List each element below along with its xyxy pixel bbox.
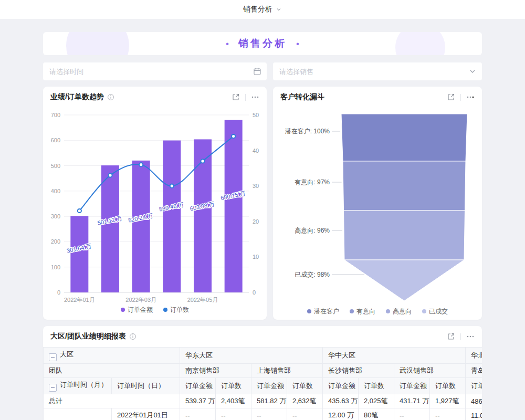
- team-col: 上海销售部: [251, 364, 323, 378]
- svg-text:700: 700: [51, 112, 60, 118]
- divider: [460, 94, 461, 101]
- svg-text:100: 100: [51, 264, 60, 270]
- trend-card-title: 业绩/订单数趋势: [50, 92, 114, 102]
- svg-text:2022年05月: 2022年05月: [187, 297, 218, 303]
- info-icon[interactable]: [107, 93, 114, 101]
- dashboard: • 销售分析 • 业绩/订单数趋势: [43, 32, 482, 420]
- legend-dot: [386, 309, 390, 313]
- region-header-cell: 大区: [44, 348, 180, 364]
- time-filter[interactable]: [43, 62, 267, 80]
- divider: [245, 94, 246, 101]
- svg-text:300: 300: [51, 213, 60, 219]
- region-col: 华北大: [466, 348, 482, 364]
- report-title-text: 大区/团队业绩明细报表: [50, 332, 126, 341]
- measure-col: 订单金额: [251, 378, 287, 394]
- team-header-row: 团队 南京销售部 上海销售部 长沙销售部 武汉销售部 青岛销: [44, 364, 482, 378]
- dashboard-title: 销售分析: [238, 37, 287, 50]
- svg-text:40: 40: [253, 148, 259, 154]
- team-col: 青岛销: [466, 364, 482, 378]
- total-row: 总计 539.37 万 2,403笔 581.82 万 2,632笔 435.6…: [44, 394, 482, 408]
- legend-item[interactable]: 高意向: [386, 307, 412, 316]
- row-label: [44, 408, 112, 420]
- funnel-card-header: 客户转化漏斗: [273, 87, 482, 108]
- table-cell: --: [394, 408, 430, 420]
- team-col: 长沙销售部: [323, 364, 394, 378]
- table-row: 2022年01月01日 -- -- -- -- 12.00 万 80笔 -- -…: [44, 408, 482, 420]
- svg-text:0: 0: [253, 289, 256, 296]
- legend-dot: [350, 309, 354, 313]
- legend-label: 高意向: [393, 307, 412, 316]
- svg-text:20: 20: [253, 218, 259, 225]
- legend-dot: [307, 309, 311, 313]
- legend-dot: [163, 308, 167, 312]
- report-table-wrap: 大区 华东大区 华中大区 华北大 团队 南京销售部 上海销售部 长沙销售部 武汉…: [43, 347, 482, 420]
- region-col: 华中大区: [323, 348, 466, 364]
- funnel-title-text: 客户转化漏斗: [280, 92, 324, 102]
- sales-filter-input[interactable]: [273, 62, 482, 80]
- collapse-icon[interactable]: [49, 384, 57, 392]
- svg-text:2022年03月: 2022年03月: [125, 297, 156, 303]
- table-cell: 431.71 万: [394, 394, 430, 408]
- funnel-card-title: 客户转化漏斗: [280, 92, 324, 102]
- table-cell: 2,025笔: [359, 394, 394, 408]
- funnel-card: 客户转化漏斗 潜在客户: 100%有意向: 97%高意向: 96%已成交: 98…: [273, 87, 482, 320]
- card-actions: [232, 93, 259, 101]
- table-cell: 2,403笔: [216, 394, 251, 408]
- region-header-row: 大区 华东大区 华中大区 华北大: [44, 348, 482, 364]
- card-actions: [447, 93, 475, 101]
- legend-label: 已成交: [429, 307, 448, 316]
- table-cell: 581.82 万: [251, 394, 287, 408]
- card-actions: [447, 332, 475, 341]
- export-icon[interactable]: [447, 93, 455, 101]
- export-icon[interactable]: [447, 332, 455, 341]
- page: { "topbar": { "title": "销售分析" }, "banner…: [0, 0, 525, 420]
- info-icon[interactable]: [129, 333, 136, 340]
- more-icon[interactable]: [466, 93, 475, 101]
- more-icon[interactable]: [251, 93, 259, 101]
- table-cell: --: [430, 408, 466, 420]
- date-cell: 2022年01月01日: [112, 408, 180, 420]
- banner: • 销售分析 •: [43, 32, 482, 55]
- export-icon[interactable]: [232, 93, 240, 101]
- time-filter-input[interactable]: [43, 62, 267, 80]
- sales-filter[interactable]: [273, 62, 482, 80]
- legend-label: 订单数: [170, 306, 189, 314]
- collapse-icon[interactable]: [49, 353, 57, 361]
- svg-text:0: 0: [57, 289, 60, 296]
- funnel-chart: 潜在客户: 100%有意向: 97%高意向: 96%已成交: 98%: [273, 108, 482, 304]
- day-label: 订单时间（日）: [112, 378, 180, 394]
- trend-legend: 订单金额订单数: [43, 303, 267, 317]
- table-cell: --: [287, 408, 323, 420]
- measure-col: 订单数: [216, 378, 251, 394]
- table-cell: 486.0: [466, 394, 482, 408]
- legend-item[interactable]: 已成交: [422, 307, 448, 316]
- legend-item[interactable]: 潜在客户: [307, 307, 339, 316]
- measure-col: 订单金额: [180, 378, 216, 394]
- region-col: 华东大区: [180, 348, 323, 364]
- table-cell: 539.37 万: [180, 394, 216, 408]
- measure-header-row: 订单时间（月） 订单时间（日） 订单金额 订单数 订单金额 订单数 订单金额 订…: [44, 378, 482, 394]
- svg-text:400: 400: [51, 188, 60, 194]
- svg-text:高意向: 96%: 高意向: 96%: [295, 227, 330, 234]
- table-cell: --: [180, 408, 216, 420]
- measure-col: 订单金额: [323, 378, 359, 394]
- legend-item[interactable]: 有意向: [350, 307, 375, 316]
- table-cell: 11.07: [466, 408, 482, 420]
- filter-bar: [43, 62, 482, 80]
- charts-row: 业绩/订单数趋势 0100200300400500600700010203040…: [43, 87, 482, 320]
- trend-chart: 0100200300400500600700010203040502022年01…: [43, 108, 267, 303]
- legend-item[interactable]: 订单金额: [121, 306, 153, 314]
- table-cell: --: [216, 408, 251, 420]
- banner-dot-left: •: [226, 39, 229, 48]
- svg-text:500: 500: [51, 163, 60, 169]
- svg-text:2022年01月: 2022年01月: [64, 297, 95, 303]
- svg-text:有意向: 97%: 有意向: 97%: [294, 178, 330, 186]
- report-table: 大区 华东大区 华中大区 华北大 团队 南京销售部 上海销售部 长沙销售部 武汉…: [43, 347, 482, 420]
- legend-item[interactable]: 订单数: [163, 306, 189, 314]
- svg-text:50: 50: [253, 112, 259, 118]
- team-label: 团队: [44, 364, 180, 378]
- page-switcher[interactable]: 销售分析: [243, 5, 282, 14]
- svg-text:潜在客户: 100%: 潜在客户: 100%: [285, 128, 330, 135]
- table-cell: 12.00 万: [323, 408, 359, 420]
- more-icon[interactable]: [466, 332, 475, 341]
